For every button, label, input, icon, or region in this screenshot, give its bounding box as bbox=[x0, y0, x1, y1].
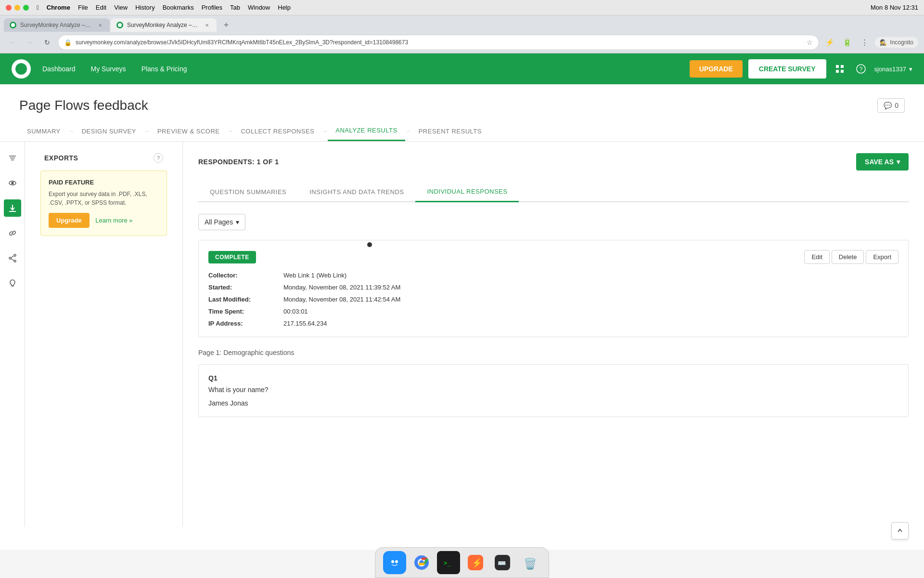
page-section-title: Page 1: Demographic questions bbox=[198, 349, 909, 356]
user-name: sjonas1337 bbox=[874, 66, 907, 73]
delete-button[interactable]: Delete bbox=[832, 250, 864, 264]
tab-individual-responses[interactable]: INDIVIDUAL RESPONSES bbox=[415, 182, 519, 202]
upgrade-button[interactable]: UPGRADE bbox=[690, 60, 743, 78]
browser-actions: ⚡ 🔋 ⋮ 🕵️ Incognito bbox=[823, 36, 918, 49]
all-pages-dropdown[interactable]: All Pages ▾ bbox=[198, 214, 245, 230]
mac-bar-left:  Chrome File Edit View History Bookmark… bbox=[6, 4, 291, 11]
eye-icon[interactable] bbox=[4, 174, 21, 192]
svg-text:⌨️: ⌨️ bbox=[498, 559, 506, 567]
star-icon[interactable]: ☆ bbox=[807, 39, 813, 46]
more-actions-icon[interactable]: ⋮ bbox=[858, 36, 871, 49]
address-bar[interactable]: 🔒 surveymonkey.com/analyze/browse/JVk5ID… bbox=[58, 35, 819, 50]
question-answer: James Jonas bbox=[208, 399, 898, 407]
history-menu[interactable]: History bbox=[135, 4, 154, 11]
response-details: Collector: Web Link 1 (Web Link) Started… bbox=[208, 272, 898, 327]
new-tab-button[interactable]: + bbox=[219, 18, 233, 32]
help-icon[interactable]: ? bbox=[853, 61, 869, 77]
svg-point-1 bbox=[118, 23, 122, 27]
app-name-menu[interactable]: Chrome bbox=[47, 4, 70, 11]
app-logo-inner bbox=[15, 63, 27, 75]
edit-menu[interactable]: Edit bbox=[96, 4, 106, 11]
help-menu[interactable]: Help bbox=[278, 4, 291, 11]
comment-badge[interactable]: 💬 0 bbox=[877, 98, 905, 113]
learn-more-link[interactable]: Learn more » bbox=[95, 217, 132, 224]
survey-nav-preview[interactable]: PREVIEW & SCORE bbox=[150, 122, 228, 141]
nav-my-surveys[interactable]: My Surveys bbox=[91, 65, 126, 73]
close-window-btn[interactable] bbox=[6, 5, 12, 11]
export-button[interactable]: Export bbox=[866, 250, 898, 264]
lock-icon: 🔒 bbox=[64, 39, 72, 46]
download-icon[interactable] bbox=[4, 199, 21, 217]
minimize-window-btn[interactable] bbox=[14, 5, 20, 11]
comment-icon: 💬 bbox=[884, 102, 892, 109]
share-icon[interactable] bbox=[4, 250, 21, 267]
nav-dashboard[interactable]: Dashboard bbox=[42, 65, 76, 73]
extensions-icon[interactable]: ⚡ bbox=[823, 36, 836, 49]
profiles-menu[interactable]: Profiles bbox=[202, 4, 222, 11]
reload-button[interactable]: ↻ bbox=[40, 36, 54, 49]
started-label: Started: bbox=[208, 284, 276, 291]
nav-arrow-5: → bbox=[405, 128, 411, 134]
app-logo[interactable] bbox=[12, 59, 31, 79]
browser-tab-1[interactable]: SurveyMonkey Analyze – Page... ✕ bbox=[4, 18, 110, 32]
back-button[interactable]: ← bbox=[6, 36, 19, 49]
survey-nav-present[interactable]: PRESENT RESULTS bbox=[411, 122, 489, 141]
dock-terminal[interactable]: >_ bbox=[437, 551, 460, 574]
forward-button[interactable]: → bbox=[23, 36, 37, 49]
incognito-badge[interactable]: 🕵️ Incognito bbox=[875, 37, 918, 48]
tab2-favicon bbox=[116, 22, 123, 28]
dock-iterm[interactable]: ⌨️ bbox=[491, 551, 514, 574]
question-card: Q1 What is your name? James Jonas bbox=[198, 364, 909, 417]
main-layout: EXPORTS ? PAID FEATURE Export your surve… bbox=[0, 142, 924, 527]
nav-plans-pricing[interactable]: Plans & Pricing bbox=[141, 65, 187, 73]
survey-nav-design[interactable]: DESIGN SURVEY bbox=[74, 122, 144, 141]
response-card-header: COMPLETE Edit Delete Export bbox=[208, 250, 898, 264]
tab1-close-btn[interactable]: ✕ bbox=[96, 21, 104, 29]
user-badge[interactable]: sjonas1337 ▾ bbox=[874, 66, 913, 73]
tab2-close-btn[interactable]: ✕ bbox=[203, 21, 211, 29]
survey-nav: SUMMARY → DESIGN SURVEY → PREVIEW & SCOR… bbox=[0, 121, 924, 142]
dock-trash[interactable]: 🗑️ bbox=[518, 551, 541, 574]
incognito-icon: 🕵️ bbox=[880, 39, 887, 46]
edit-button[interactable]: Edit bbox=[804, 250, 829, 264]
left-icon-strip bbox=[0, 142, 25, 527]
file-menu[interactable]: File bbox=[78, 4, 88, 11]
svg-point-15 bbox=[14, 254, 16, 256]
save-as-button[interactable]: SAVE AS ▾ bbox=[856, 153, 909, 171]
url-display: surveymonkey.com/analyze/browse/JVk5IDHc… bbox=[76, 39, 803, 46]
dock-chrome[interactable] bbox=[410, 551, 433, 574]
sidebar-title: EXPORTS bbox=[44, 154, 78, 162]
bookmarks-menu[interactable]: Bookmarks bbox=[163, 4, 194, 11]
paid-feature-box: PAID FEATURE Export your survey data in … bbox=[40, 171, 167, 236]
survey-nav-analyze[interactable]: ANALYZE RESULTS bbox=[328, 121, 405, 141]
lightbulb-icon[interactable] bbox=[4, 275, 21, 292]
incognito-label: Incognito bbox=[890, 39, 913, 46]
all-pages-label: All Pages bbox=[205, 218, 233, 226]
survey-nav-collect[interactable]: COLLECT RESPONSES bbox=[233, 122, 322, 141]
paid-upgrade-button[interactable]: Upgrade bbox=[49, 213, 90, 228]
create-survey-button[interactable]: CREATE SURVEY bbox=[748, 59, 826, 79]
mac-menu-bar:  Chrome File Edit View History Bookmark… bbox=[37, 4, 291, 11]
apple-menu[interactable]:  bbox=[37, 4, 39, 11]
svg-rect-3 bbox=[841, 65, 844, 68]
tab-menu[interactable]: Tab bbox=[230, 4, 240, 11]
view-menu[interactable]: View bbox=[114, 4, 128, 11]
sidebar-help-icon[interactable]: ? bbox=[154, 153, 163, 163]
dock-finder[interactable] bbox=[383, 551, 406, 574]
window-menu[interactable]: Window bbox=[248, 4, 270, 11]
grid-icon[interactable] bbox=[832, 61, 847, 77]
ip-address-value: 217.155.64.234 bbox=[283, 320, 898, 327]
tab1-favicon bbox=[10, 22, 16, 28]
tab-question-summaries[interactable]: QUESTION SUMMARIES bbox=[198, 183, 298, 201]
window-controls[interactable] bbox=[6, 5, 29, 11]
tab2-title: SurveyMonkey Analyze – Page... bbox=[127, 22, 199, 28]
browser-tab-2[interactable]: SurveyMonkey Analyze – Page... ✕ bbox=[111, 18, 217, 32]
link-icon[interactable] bbox=[4, 224, 21, 242]
survey-nav-summary[interactable]: SUMMARY bbox=[19, 122, 68, 141]
filter-icon[interactable] bbox=[4, 149, 21, 167]
dock-lightning[interactable]: ⚡ bbox=[464, 551, 487, 574]
last-modified-value: Monday, November 08, 2021 11:42:54 AM bbox=[283, 296, 898, 303]
maximize-window-btn[interactable] bbox=[23, 5, 29, 11]
tab-insights[interactable]: INSIGHTS AND DATA TRENDS bbox=[298, 183, 415, 201]
scroll-to-top-button[interactable] bbox=[891, 522, 909, 539]
